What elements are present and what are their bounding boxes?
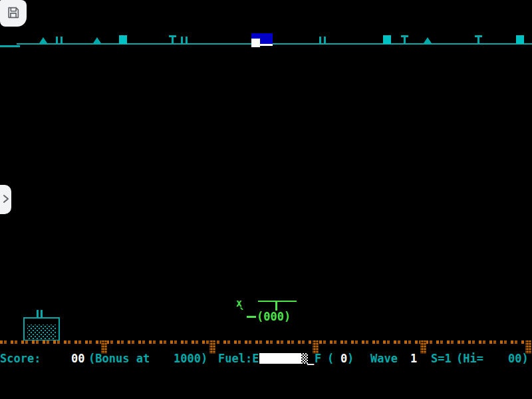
fuel-empty-mark: _ (307, 352, 314, 365)
vehicle-body: (000) (257, 310, 291, 323)
bonus-label: (Bonus at (88, 352, 150, 365)
horizon-sprite-tree (39, 37, 47, 43)
horizon-sprite-pillars (181, 37, 188, 43)
horizon-line (17, 43, 532, 45)
wave-value: 1 (410, 352, 417, 365)
game-screen: x ` (000) Score: 00 (Bonus at 1000) Fuel… (0, 0, 532, 399)
chevron-right-icon (2, 194, 10, 205)
horizon-sprite-tower (172, 35, 174, 43)
horizon-sprite-tower (404, 35, 406, 43)
ammo-close-paren: ) (347, 352, 354, 365)
horizon-sprite-block (119, 35, 127, 44)
smoke-puff-bottom: ` (239, 306, 246, 320)
save-button[interactable] (0, 0, 27, 27)
sidebar-toggle-button[interactable] (0, 185, 11, 214)
fuel-label: Fuel:E (218, 352, 259, 365)
bonus-value: 1000) (174, 352, 207, 365)
horizon-line-step (0, 45, 20, 47)
ships-value: S=1 (431, 352, 452, 365)
vehicle-rotor-bar (258, 301, 297, 302)
depot-tank (23, 317, 60, 341)
horizon-sprite-pillars (319, 37, 326, 43)
horizon-sprite-pillars (56, 37, 63, 43)
ammo-value: 0 (340, 352, 347, 365)
horizon-sprite-block (516, 35, 524, 44)
score-value: 00 (71, 352, 84, 365)
horizon-sprite-tree (424, 37, 432, 43)
floppy-disk-icon (6, 5, 21, 22)
vehicle-tow-bar (247, 316, 256, 318)
hi-label: (Hi= (456, 352, 483, 365)
fuel-gauge-bar (259, 353, 301, 364)
hi-value: 00) (508, 352, 529, 365)
ground-post (209, 340, 215, 354)
ground-line (0, 340, 532, 344)
fuel-full-label: F (315, 352, 321, 365)
ground-post (420, 340, 426, 354)
horizon-sprite-bunker-blue (251, 33, 273, 44)
score-label: Score: (0, 352, 41, 365)
horizon-sprite-block (383, 35, 391, 44)
ammo-open-paren: ( (327, 352, 334, 365)
horizon-sprite-tower (477, 35, 479, 43)
depot-fill-pattern (27, 325, 56, 339)
horizon-sprite-tree (93, 37, 101, 43)
wave-label: Wave (370, 352, 398, 365)
